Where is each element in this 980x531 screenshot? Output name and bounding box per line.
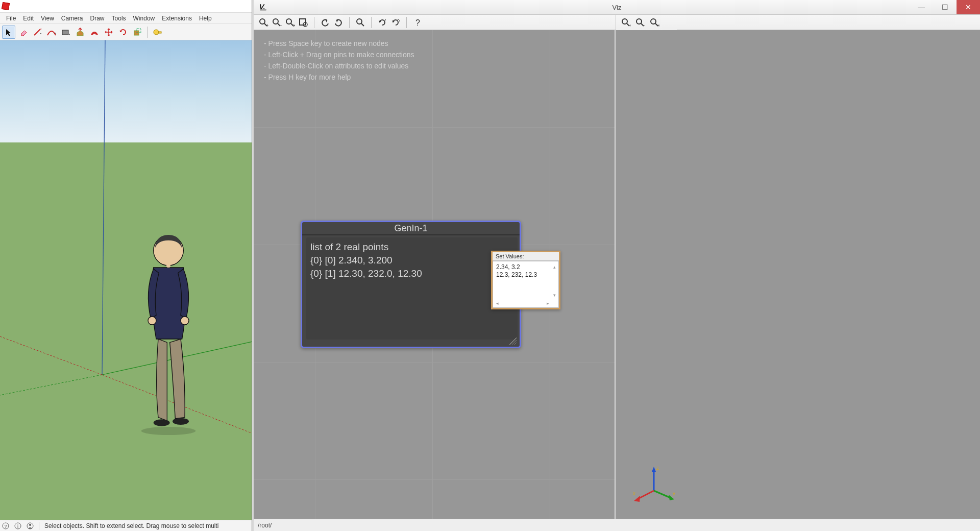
svg-point-31	[286, 19, 291, 24]
svg-point-6	[154, 30, 159, 35]
move-tool-button[interactable]	[102, 26, 115, 39]
svg-point-3	[69, 34, 70, 35]
viz-node-canvas[interactable]: - Press Space key to create new nodes - …	[254, 30, 615, 519]
viz-window: V͟. Viz — ☐ ✕ + – × ?	[254, 0, 980, 531]
sketchup-viewport[interactable]	[0, 40, 252, 520]
svg-rect-34	[300, 19, 306, 25]
menu-extensions[interactable]: Extensions	[159, 14, 195, 23]
svg-text:+: +	[629, 23, 631, 28]
zoom-in-button[interactable]: +	[257, 16, 270, 29]
svg-text:×: ×	[657, 23, 659, 28]
svg-point-15	[173, 418, 189, 425]
node-body[interactable]: list of 2 real points {0} [0] 2.340, 3.2…	[306, 237, 518, 340]
sketchup-app-icon	[2, 2, 10, 10]
minimize-button[interactable]: —	[910, 0, 933, 14]
svg-point-1	[55, 33, 56, 34]
maximize-button[interactable]: ☐	[933, 0, 957, 14]
line-tool-button[interactable]	[31, 26, 44, 39]
refresh-all-button[interactable]	[389, 16, 402, 29]
tape-tool-button[interactable]	[151, 26, 164, 39]
close-button[interactable]: ✕	[957, 0, 980, 14]
popover-title: Set Values:	[493, 252, 559, 261]
node-genin-1[interactable]: GenIn-1 list of 2 real points {0} [0] 2.…	[301, 221, 521, 348]
sketchup-status-bar: ? i Select objects. Shift to extend sele…	[0, 520, 252, 531]
viz-status-bar: /root/	[254, 519, 980, 531]
svg-marker-52	[652, 467, 656, 472]
svg-marker-58	[634, 496, 640, 502]
svg-point-0	[40, 33, 41, 34]
viz-status-path: /root/	[258, 522, 272, 529]
axis-gizmo-icon: z y x	[631, 463, 677, 509]
zoom-fit-button[interactable]	[354, 16, 367, 29]
svg-text:+: +	[266, 23, 268, 28]
select-tool-button[interactable]	[2, 26, 15, 39]
menu-edit[interactable]: Edit	[20, 14, 37, 23]
status-user-icon[interactable]	[27, 522, 34, 529]
menu-tools[interactable]: Tools	[109, 14, 129, 23]
redo-button[interactable]	[332, 16, 345, 29]
sketchup-toolbar	[0, 24, 252, 40]
svg-point-13	[141, 427, 196, 435]
zoom-out-button[interactable]: –	[270, 16, 283, 29]
svg-text:×: ×	[293, 23, 295, 28]
zoom-reset-button[interactable]: ×	[283, 16, 297, 29]
arc-tool-button[interactable]	[45, 26, 58, 39]
status-help-icon[interactable]: ?	[2, 522, 9, 529]
svg-point-28	[273, 19, 278, 24]
popover-vscroll[interactable]: ▴▾	[551, 263, 557, 299]
menu-view[interactable]: View	[38, 14, 57, 23]
help-button[interactable]: ?	[411, 16, 424, 29]
zoom-selection-button[interactable]	[297, 16, 310, 29]
svg-point-36	[357, 19, 362, 24]
viz-window-title: Viz	[612, 4, 622, 11]
offset-tool-button[interactable]	[88, 26, 101, 39]
viz-3d-viewport[interactable]: + – × z y x	[615, 30, 980, 519]
menu-draw[interactable]: Draw	[87, 14, 108, 23]
node-resize-handle[interactable]	[508, 336, 517, 345]
popover-hscroll[interactable]: ◂▸	[494, 300, 551, 306]
svg-text:–: –	[280, 23, 282, 28]
scale-figure	[128, 219, 209, 439]
refresh-button[interactable]	[376, 16, 389, 29]
sketchup-panel: File Edit View Camera Draw Tools Window …	[0, 0, 252, 531]
status-info-icon[interactable]: i	[14, 522, 21, 529]
svg-line-8	[102, 40, 105, 375]
popover-textarea[interactable]: 2.34, 3.2 12.3, 232, 12.3 ▴▾ ◂▸	[493, 261, 559, 308]
svg-point-39	[398, 19, 399, 20]
viz-titlebar[interactable]: V͟. Viz — ☐ ✕	[254, 0, 980, 15]
svg-point-40	[399, 20, 400, 21]
svg-point-16	[148, 317, 156, 325]
menu-window[interactable]: Window	[130, 14, 158, 23]
svg-text:z: z	[656, 465, 659, 471]
set-values-popover[interactable]: Set Values: 2.34, 3.2 12.3, 232, 12.3 ▴▾…	[491, 251, 560, 309]
undo-button[interactable]	[318, 16, 332, 29]
scale-tool-button[interactable]	[131, 26, 144, 39]
svg-text:–: –	[643, 23, 645, 28]
eraser-tool-button[interactable]	[16, 26, 30, 39]
viz-help-text: - Press Space key to create new nodes - …	[264, 38, 414, 83]
svg-point-42	[622, 19, 627, 24]
viz-logo-icon: V͟.	[259, 3, 265, 11]
node-title[interactable]: GenIn-1	[302, 222, 520, 235]
sketchup-menu-bar: File Edit View Camera Draw Tools Window …	[0, 13, 252, 24]
svg-line-37	[361, 23, 364, 26]
viewport-zoom-in-button[interactable]: +	[619, 16, 632, 29]
viewport-zoom-out-button[interactable]: –	[633, 16, 647, 29]
status-hint-text: Select objects. Shift to extend select. …	[44, 522, 219, 529]
svg-line-12	[0, 336, 102, 375]
svg-text:i: i	[17, 524, 18, 529]
shape-tool-button[interactable]	[59, 26, 72, 39]
svg-point-48	[651, 19, 656, 24]
svg-rect-7	[159, 32, 161, 33]
menu-camera[interactable]: Camera	[58, 14, 86, 23]
menu-file[interactable]: File	[3, 14, 19, 23]
svg-point-24	[29, 524, 31, 526]
svg-point-14	[154, 419, 170, 426]
rotate-tool-button[interactable]	[116, 26, 130, 39]
svg-rect-2	[62, 30, 68, 35]
axes-overlay	[0, 40, 252, 520]
viewport-zoom-reset-button[interactable]: ×	[648, 16, 661, 29]
svg-text:x: x	[633, 491, 635, 496]
menu-help[interactable]: Help	[196, 14, 215, 23]
pushpull-tool-button[interactable]	[74, 26, 87, 39]
